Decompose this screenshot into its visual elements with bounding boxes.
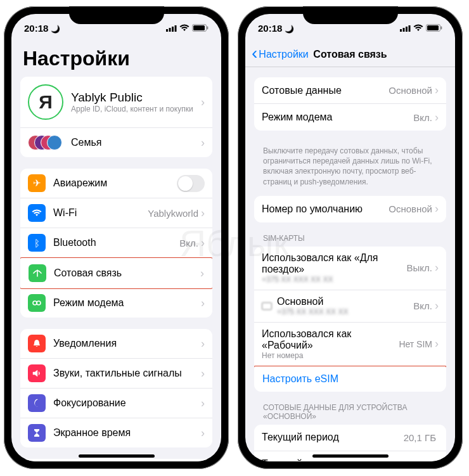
dnd-icon bbox=[51, 23, 60, 34]
dnd-icon bbox=[285, 23, 294, 34]
sim-travel-sub: +375 XX XXX XX XX bbox=[262, 275, 407, 284]
sim-travel-value: Выкл. bbox=[407, 262, 432, 273]
hotspot-row[interactable]: Режим модема › bbox=[20, 288, 212, 318]
cellular-icon bbox=[29, 264, 46, 282]
current-period-row[interactable]: Текущий период 20,1 ГБ bbox=[254, 425, 446, 451]
setup-esim-row[interactable]: Настроить eSIM bbox=[254, 366, 446, 392]
cellular-data-value: Основной bbox=[389, 85, 432, 96]
hotspot-label: Режим модема bbox=[262, 112, 413, 123]
focus-icon bbox=[28, 394, 46, 412]
chevron-icon: › bbox=[200, 267, 204, 280]
cellular-row[interactable]: Сотовая связь › bbox=[20, 257, 212, 289]
airplane-label: Авиарежим bbox=[53, 177, 177, 189]
general-row[interactable]: Основные › bbox=[20, 459, 212, 461]
bluetooth-icon: ᛒ bbox=[28, 234, 46, 252]
svg-rect-19 bbox=[427, 25, 439, 30]
family-label: Семья bbox=[71, 137, 201, 148]
svg-rect-0 bbox=[166, 29, 168, 32]
hotspot-value: Вкл. bbox=[413, 112, 432, 123]
sim-primary-sub: +375 XX XXX XX XX bbox=[277, 307, 413, 316]
cellular-label: Сотовая связь bbox=[54, 267, 200, 279]
hourglass-icon bbox=[28, 424, 46, 442]
current-period-label: Текущий период bbox=[262, 432, 404, 443]
sim-travel-label: Использовался как «Для поездок» bbox=[262, 252, 407, 275]
home-indicator[interactable] bbox=[79, 454, 155, 458]
svg-point-8 bbox=[37, 301, 41, 305]
wifi-row[interactable]: Wi-Fi Yablykworld › bbox=[20, 198, 212, 228]
notch bbox=[69, 6, 164, 24]
status-time: 20:18 bbox=[24, 23, 48, 34]
sim-primary-row[interactable]: Основной +375 XX XXX XX XX Вкл. › bbox=[254, 290, 446, 323]
svg-rect-3 bbox=[175, 25, 177, 32]
chevron-icon: › bbox=[201, 397, 205, 410]
roaming-value: 546 МБ bbox=[403, 459, 436, 461]
sim-primary-value: Вкл. bbox=[413, 300, 432, 311]
default-number-row[interactable]: Номер по умолчанию Основной › bbox=[254, 196, 446, 222]
profile-name: Yablyk Public bbox=[71, 91, 201, 105]
sounds-row[interactable]: Звуки, тактильные сигналы › bbox=[20, 359, 212, 389]
notifications-label: Уведомления bbox=[53, 338, 201, 349]
notifications-row[interactable]: Уведомления › bbox=[20, 329, 212, 359]
default-number-label: Номер по умолчанию bbox=[262, 203, 389, 215]
signal-icon bbox=[166, 23, 177, 34]
usage-header: СОТОВЫЕ ДАННЫЕ ДЛЯ УСТРОЙСТВА «ОСНОВНОЙ» bbox=[254, 403, 446, 425]
chevron-icon: › bbox=[435, 261, 439, 274]
chevron-icon: › bbox=[435, 84, 439, 97]
back-button[interactable]: Настройки bbox=[252, 49, 309, 60]
phone-right: 20:18 Настройки Сотовая связь Сотовые да… bbox=[238, 6, 463, 469]
svg-rect-17 bbox=[409, 25, 411, 32]
sim-travel-row[interactable]: Использовался как «Для поездок» +375 XX … bbox=[254, 247, 446, 290]
airplane-switch[interactable] bbox=[177, 175, 205, 192]
battery-icon bbox=[426, 23, 442, 34]
wifi-label: Wi-Fi bbox=[53, 207, 148, 219]
sim-work-row[interactable]: Использовался как «Рабочий» Нет номера Н… bbox=[254, 323, 446, 366]
chevron-icon: › bbox=[435, 111, 439, 124]
svg-rect-1 bbox=[169, 28, 171, 32]
home-indicator[interactable] bbox=[312, 454, 389, 458]
svg-rect-6 bbox=[207, 26, 209, 29]
sounds-label: Звуки, тактильные сигналы bbox=[53, 368, 201, 379]
navbar: Настройки Сотовая связь bbox=[245, 42, 455, 67]
focus-label: Фокусирование bbox=[53, 397, 201, 409]
chevron-icon: › bbox=[201, 367, 205, 380]
chevron-icon: › bbox=[201, 427, 205, 440]
hotspot-row[interactable]: Режим модема Вкл. › bbox=[254, 104, 446, 131]
roaming-label: Текущий период роуминга bbox=[262, 458, 403, 461]
sim-primary-label: Основной bbox=[277, 296, 413, 307]
avatar: Я bbox=[28, 84, 63, 120]
svg-rect-5 bbox=[193, 25, 205, 30]
chevron-icon: › bbox=[201, 136, 205, 150]
phone-left: 20:18 Настройки Я Yablyk Public Apple ID… bbox=[4, 6, 229, 469]
hotspot-label: Режим модема bbox=[53, 297, 201, 309]
apple-id-row[interactable]: Я Yablyk Public Apple ID, iCloud, контен… bbox=[20, 77, 212, 128]
wifi-icon bbox=[413, 23, 423, 34]
bluetooth-row[interactable]: ᛒ Bluetooth Вкл. › bbox=[20, 228, 212, 258]
chevron-icon: › bbox=[435, 337, 439, 351]
svg-rect-2 bbox=[172, 27, 174, 32]
chevron-icon: › bbox=[201, 337, 205, 351]
bluetooth-label: Bluetooth bbox=[53, 237, 179, 248]
page-title: Настройки bbox=[20, 42, 212, 77]
chevron-icon: › bbox=[201, 96, 205, 109]
airplane-row[interactable]: ✈ Авиарежим bbox=[20, 169, 212, 198]
sounds-icon bbox=[28, 364, 46, 382]
chevron-icon: › bbox=[201, 207, 205, 220]
signal-icon bbox=[400, 23, 411, 34]
family-avatars bbox=[28, 134, 63, 151]
wifi-settings-icon bbox=[28, 204, 46, 222]
profile-sub: Apple ID, iCloud, контент и покупки bbox=[71, 105, 201, 113]
chevron-icon: › bbox=[435, 202, 439, 215]
status-time: 20:18 bbox=[258, 23, 282, 34]
bluetooth-value: Вкл. bbox=[179, 238, 198, 248]
sim-work-sub: Нет номера bbox=[262, 351, 399, 360]
focus-row[interactable]: Фокусирование › bbox=[20, 389, 212, 418]
cellular-data-row[interactable]: Сотовые данные Основной › bbox=[254, 77, 446, 104]
sim-work-value: Нет SIM bbox=[399, 339, 432, 349]
sim-icon bbox=[262, 302, 272, 310]
bell-icon bbox=[28, 335, 46, 352]
sim-header: SIM-КАРТЫ bbox=[254, 234, 446, 247]
svg-rect-20 bbox=[441, 26, 442, 29]
screentime-row[interactable]: Экранное время › bbox=[20, 418, 212, 447]
family-row[interactable]: Семья › bbox=[20, 128, 212, 157]
wifi-icon bbox=[179, 23, 190, 34]
